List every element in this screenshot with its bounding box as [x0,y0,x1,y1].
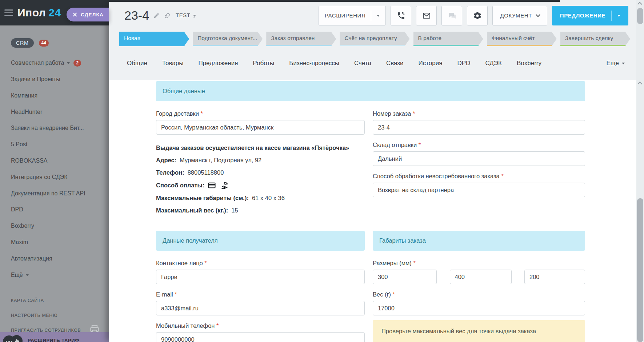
weight-label: Вес (г) * [373,291,585,298]
edit-icon[interactable] [153,12,160,19]
contact-person-label: Контактное лицо * [156,260,365,267]
sidebar-item-rest-api[interactable]: Документация по REST API [11,185,109,202]
tab-cdek[interactable]: СДЭК [485,60,502,67]
tab-dpd[interactable]: DPD [457,60,470,67]
stage-final-invoice[interactable]: Финальный счёт [487,32,557,46]
proposal-button[interactable]: ПРЕДЛОЖЕНИЕ [552,6,628,25]
sidebar: Ипол24 CRM 44 Совместная работа 2 Задачи… [0,0,109,342]
extensions-button[interactable]: РАСШИРЕНИЯ [319,6,386,25]
max-weight-warning: Проверьте максимальный вес для точки выд… [373,320,585,342]
sidebar-item-headhunter[interactable]: HeadHunter [11,104,109,120]
title-row: 23-4 TEST РАСШИРЕНИЯ [109,2,644,29]
tab-quotes[interactable]: Предложения [198,60,238,67]
tab-boxberry[interactable]: Boxberry [517,60,541,67]
tab-history[interactable]: История [419,60,443,67]
chevron-down-icon [377,15,380,18]
chevron-down-icon [536,12,540,17]
sidebar-item-robokassa[interactable]: ROBOKASSA [11,153,109,169]
sidebar-item-more[interactable]: Ещё [11,267,109,283]
tab-relations[interactable]: Связи [386,60,404,67]
sidebar-item-5post[interactable]: 5 Post [11,136,109,153]
sidebar-item-tasks[interactable]: Задачи и Проекты [11,71,109,88]
page-top-bar [109,0,560,2]
close-slider-tab[interactable]: СДЕЛКА [67,8,109,21]
chevron-down-icon [67,62,70,65]
settings-button[interactable] [467,6,488,25]
stage-new[interactable]: Новая [119,32,189,46]
email-label: E-mail * [156,291,365,298]
stage-order-sent[interactable]: Заказ отправлен [266,32,336,46]
tab-invoices[interactable]: Счета [354,60,371,67]
weight-input[interactable] [373,301,585,315]
deal-title: 23-4 [124,8,149,23]
scrollbar-thumb[interactable] [637,198,643,342]
mobile-phone-input[interactable] [156,332,365,342]
sitemap-link[interactable]: КАРТА САЙТА [11,293,109,308]
sidebar-item-automation[interactable]: Автоматизация [11,250,109,267]
phone-icon [397,11,405,20]
unclaimed-handling-label: Способ обработки невостребованного заказ… [373,173,585,180]
scroll-up-icon[interactable] [637,81,642,86]
funnel-selector[interactable]: TEST [176,12,196,19]
sidebar-item-boxberry[interactable]: Boxberry [11,218,109,234]
crm-counter-badge: 44 [39,40,49,47]
chat-button[interactable] [441,6,462,25]
scroll-up-icon[interactable] [637,2,642,7]
chat-icon [448,11,456,20]
warehouse-input[interactable] [373,151,585,166]
stage-in-progress[interactable]: В работе [413,32,483,46]
form-left-column: Город доставки * Выдача заказов осуществ… [156,101,365,219]
stage-close-deal[interactable]: Завершить сделку [560,32,630,46]
tab-robots[interactable]: Роботы [253,60,274,67]
toolbar: РАСШИРЕНИЯ ДОКУМЕНТ [319,6,628,25]
recipient-column: Контактное лицо * E-mail * Мобильный тел… [156,251,365,342]
deal-slider-panel: 23-4 TEST РАСШИРЕНИЯ [109,0,644,342]
unclaimed-handling-input[interactable] [373,183,585,197]
sidebar-item-bitrix-requests[interactable]: Заявки на внедрение Бит... [11,120,109,136]
order-number-input[interactable] [373,120,585,135]
required-asterisk: * [201,110,203,117]
email-button[interactable] [416,6,437,25]
credit-card-icon [208,181,216,190]
sidebar-item-maxim[interactable]: Maxim [11,234,109,251]
section-general-data: Общие данные [156,81,585,101]
tab-more[interactable]: Еще [606,60,625,67]
deal-header: 23-4 TEST РАСШИРЕНИЯ [109,0,644,80]
section-order-dimensions: Габариты заказа [373,231,585,251]
delivery-city-input[interactable] [156,120,365,135]
email-field[interactable] [156,301,365,315]
sidebar-item-cdek[interactable]: Интеграция со СДЭК [11,169,109,185]
form-right-column: Номер заказа * Склад отправки * Способ о… [373,101,585,219]
mail-icon [422,11,431,20]
pickup-point-info: Выдача заказов осуществляется на кассе м… [156,144,365,214]
scrollbar-thumb-top[interactable] [637,8,643,24]
dimension-length-input[interactable] [373,270,437,284]
sidebar-item-crm[interactable]: CRM [11,38,34,48]
hamburger-icon[interactable] [4,9,13,16]
chevron-down-icon [622,63,625,66]
call-button[interactable] [391,6,411,25]
tab-products[interactable]: Товары [162,60,183,67]
scrollbar[interactable] [636,0,644,342]
link-icon[interactable] [164,12,171,19]
dimension-width-input[interactable] [450,270,512,284]
tab-business-processes[interactable]: Бизнес-процессы [289,60,339,67]
dimensions-column: Размеры (мм) * Вес (г) * Проверьте макси… [373,251,585,342]
stage-prepayment-invoice[interactable]: Счёт на предоплату [340,32,409,46]
warehouse-label: Склад отправки * [373,142,585,148]
stage-docs-preparation[interactable]: Подготовка документ... [193,32,263,46]
close-icon [73,12,77,17]
dimensions-label: Размеры (мм) * [373,260,585,267]
contact-person-input[interactable] [156,270,365,284]
gear-icon [473,11,482,20]
sidebar-item-company[interactable]: Компания [11,87,109,104]
dimension-height-input[interactable] [524,270,585,284]
sidebar-item-collaboration[interactable]: Совместная работа 2 [11,55,109,71]
collaboration-counter-badge: 2 [73,60,81,67]
tab-general[interactable]: Общие [127,60,147,67]
sidebar-menu: CRM 44 Совместная работа 2 Задачи и Прое… [0,25,109,283]
upgrade-plan-button[interactable]: РАСШИРИТЬ ТАРИФ [0,332,109,342]
configure-menu-link[interactable]: НАСТРОИТЬ МЕНЮ [11,308,109,323]
sidebar-item-dpd[interactable]: DPD [11,202,109,218]
document-button[interactable]: ДОКУМЕНТ [492,6,547,25]
